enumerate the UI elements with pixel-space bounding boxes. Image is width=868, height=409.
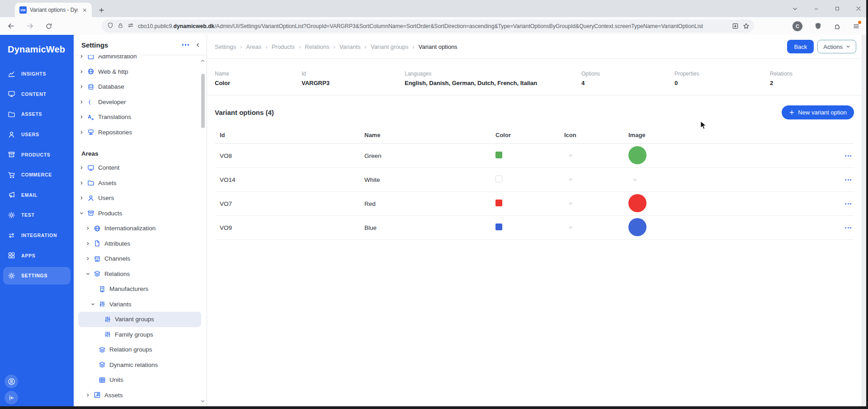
tree-item-manufacturers[interactable]: Manufacturers [74,281,207,297]
chevron-right-icon[interactable] [79,165,87,170]
chevron-right-icon[interactable] [85,226,94,231]
column-header-image[interactable]: Image [623,132,821,138]
tree-item-content[interactable]: Content [74,160,207,176]
breadcrumb-variant-groups[interactable]: Variant groups [371,43,409,50]
tree-item-attributes[interactable]: Attributes [74,236,207,252]
maximize-icon[interactable] [835,6,840,11]
browser-tab[interactable]: DW Variant options - DynamicWeb [15,3,92,17]
tree-item-variant-groups[interactable]: Variant groups [78,312,201,327]
column-header-name[interactable]: Name [359,132,491,138]
column-header-color[interactable]: Color [491,132,559,138]
row-actions-icon[interactable] [821,203,854,204]
lock-icon[interactable] [118,22,123,30]
close-icon[interactable] [855,5,862,12]
extensions-puzzle-icon[interactable] [834,23,841,30]
variant-option-row-vo7[interactable]: VO7Red [215,192,854,216]
tree-item-assets[interactable]: Assets [74,176,207,191]
forward-nav-icon[interactable] [24,20,36,33]
chevron-right-icon[interactable] [79,181,87,185]
back-nav-icon[interactable] [5,20,17,33]
panel-collapse-icon[interactable] [192,41,201,49]
sidebar-item-content[interactable]: CONTENT [0,84,74,105]
reload-icon[interactable] [42,20,55,33]
tree-item-database[interactable]: Database [74,79,207,95]
breadcrumb-products[interactable]: Products [272,43,295,50]
scroll-down-icon[interactable] [200,399,205,404]
row-actions-icon[interactable] [821,227,854,228]
collapse-sidebar-button[interactable] [5,391,18,404]
sidebar-item-commerce[interactable]: COMMERCE [0,165,74,185]
page-scrollbar[interactable] [862,35,866,406]
tree-item-developer[interactable]: { }Developer [74,95,207,110]
actions-button[interactable]: Actions [817,40,856,53]
chevron-right-icon[interactable] [79,69,87,74]
chevron-right-icon[interactable] [79,114,87,119]
breadcrumb-relations[interactable]: Relations [305,43,329,50]
chevron-down-icon[interactable] [90,302,99,307]
extension-c-icon[interactable]: C [793,21,802,31]
tree-item-relation-groups[interactable]: Relation groups [74,342,207,357]
tree-item-repositories[interactable]: Repositories [74,125,207,140]
sidebar-item-products[interactable]: PRODUCTS [0,144,74,165]
chevron-right-icon[interactable] [85,256,94,261]
chevron-right-icon[interactable] [85,393,94,398]
minimize-icon[interactable] [813,6,819,12]
chevron-right-icon[interactable] [79,84,87,89]
adblock-shield-icon[interactable] [814,22,822,30]
sidebar-item-assets[interactable]: ASSETS [0,104,74,124]
chevron-right-icon[interactable] [79,100,87,105]
bookmark-star-icon[interactable] [743,23,750,29]
tab-search-icon[interactable] [792,6,798,12]
chevron-right-icon[interactable] [85,241,94,246]
site-settings-icon[interactable] [127,22,134,30]
chevron-right-icon[interactable] [79,55,87,59]
sidebar-item-email[interactable]: EMAIL [0,185,74,205]
tree-item-internationalization[interactable]: Internationalization [74,221,207,236]
chevron-right-icon[interactable] [79,195,87,200]
column-header-icon[interactable]: Icon [559,132,623,138]
sidebar-item-apps[interactable]: APPS [0,245,74,266]
install-app-icon[interactable] [732,23,739,29]
tree-item-variants[interactable]: Variants [74,297,207,312]
column-header-id[interactable]: Id [215,132,359,138]
panel-scrollbar-thumb[interactable] [201,74,205,128]
variant-option-row-vo9[interactable]: VO9Blue [215,216,854,240]
row-actions-icon[interactable] [821,155,854,157]
tree-item-dynamic-relations[interactable]: Dynamic relations [74,357,207,373]
tree-item-translations[interactable]: ATranslations [74,109,207,125]
profile-avatar[interactable] [5,375,18,388]
variant-option-row-vo14[interactable]: VO14White [215,168,854,192]
tree-item-products[interactable]: Products [74,206,207,221]
panel-menu-icon[interactable] [179,41,192,48]
sidebar-item-test[interactable]: TEST [0,205,74,225]
shield-icon[interactable] [107,22,113,30]
tree-item-users[interactable]: Users [74,190,207,206]
tree-item-administration[interactable]: Administration [74,55,207,64]
breadcrumb-settings[interactable]: Settings [215,43,236,50]
breadcrumb-areas[interactable]: Areas [246,43,261,50]
tree-item-assets[interactable]: Assets [74,388,207,403]
new-tab-button[interactable] [96,5,107,15]
sidebar-item-integration[interactable]: INTEGRATION [0,225,74,246]
tree-item-channels[interactable]: Channels [74,251,207,266]
building-icon [99,285,106,293]
breadcrumb-variants[interactable]: Variants [340,43,361,50]
tree-item-relations[interactable]: Relations [74,266,207,282]
variant-option-row-vo8[interactable]: VO8Green [215,144,854,168]
sidebar-item-users[interactable]: USERS [0,124,74,145]
sidebar-item-settings[interactable]: SETTINGS [0,266,74,286]
row-actions-icon[interactable] [821,179,854,181]
tab-close-icon[interactable] [81,6,88,14]
tree-item-web-http[interactable]: Web & http [74,64,207,80]
browser-menu-icon[interactable] [853,23,860,30]
new-variant-option-button[interactable]: New variant option [782,105,854,119]
chevron-right-icon[interactable] [79,130,87,135]
tree-item-units[interactable]: Units [74,372,207,388]
address-bar[interactable]: cbo10.public9.dynamicweb.dk/Admin/UI/Set… [102,19,754,33]
chevron-down-icon[interactable] [85,271,94,276]
tree-item-family-groups[interactable]: Family groups [74,327,207,342]
back-button[interactable]: Back [787,40,814,53]
scroll-up-icon[interactable] [200,58,205,63]
sidebar-item-insights[interactable]: INSIGHTS [0,64,74,84]
chevron-down-icon[interactable] [79,211,87,216]
